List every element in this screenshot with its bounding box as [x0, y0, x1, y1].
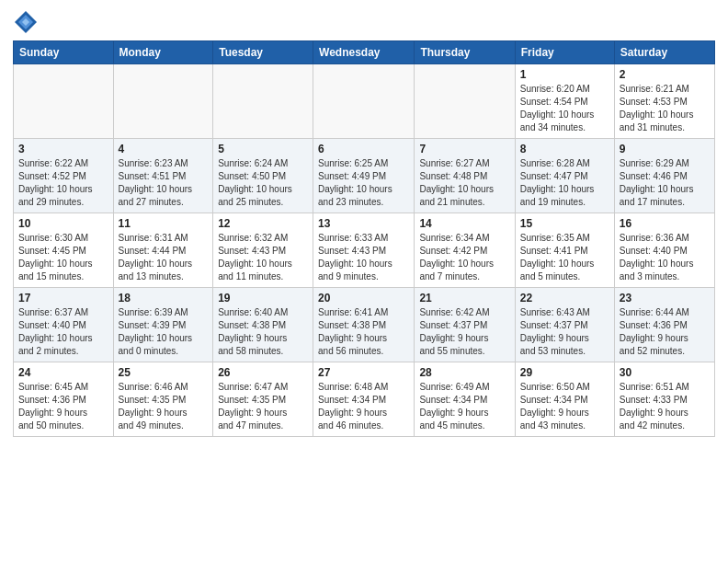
day-cell: 26Sunrise: 6:47 AM Sunset: 4:35 PM Dayli…	[213, 362, 313, 437]
day-info: Sunrise: 6:42 AM Sunset: 4:37 PM Dayligh…	[419, 306, 509, 358]
day-number: 3	[18, 143, 108, 155]
day-info: Sunrise: 6:36 AM Sunset: 4:40 PM Dayligh…	[620, 232, 710, 283]
day-info: Sunrise: 6:50 AM Sunset: 4:34 PM Dayligh…	[520, 381, 609, 432]
week-row-1: 1Sunrise: 6:20 AM Sunset: 4:54 PM Daylig…	[14, 64, 715, 139]
day-info: Sunrise: 6:49 AM Sunset: 4:34 PM Dayligh…	[419, 381, 509, 432]
day-info: Sunrise: 6:37 AM Sunset: 4:40 PM Dayligh…	[18, 306, 108, 358]
day-cell: 21Sunrise: 6:42 AM Sunset: 4:37 PM Dayli…	[415, 288, 515, 362]
day-number: 10	[18, 217, 108, 230]
logo-area	[13, 9, 42, 35]
day-number: 26	[218, 366, 308, 379]
day-cell: 30Sunrise: 6:51 AM Sunset: 4:33 PM Dayli…	[614, 362, 714, 437]
day-cell: 5Sunrise: 6:24 AM Sunset: 4:50 PM Daylig…	[213, 139, 313, 213]
day-cell: 2Sunrise: 6:21 AM Sunset: 4:53 PM Daylig…	[614, 64, 714, 139]
day-info: Sunrise: 6:35 AM Sunset: 4:41 PM Dayligh…	[520, 232, 609, 283]
day-info: Sunrise: 6:47 AM Sunset: 4:35 PM Dayligh…	[218, 381, 308, 432]
weekday-header-friday: Friday	[515, 41, 614, 64]
day-info: Sunrise: 6:33 AM Sunset: 4:43 PM Dayligh…	[318, 232, 409, 283]
day-number: 29	[520, 366, 609, 379]
day-info: Sunrise: 6:20 AM Sunset: 4:54 PM Dayligh…	[520, 83, 609, 134]
weekday-header-row: SundayMondayTuesdayWednesdayThursdayFrid…	[14, 41, 715, 64]
page: SundayMondayTuesdayWednesdayThursdayFrid…	[0, 0, 728, 563]
day-number: 2	[620, 68, 710, 81]
day-cell: 25Sunrise: 6:46 AM Sunset: 4:35 PM Dayli…	[113, 362, 213, 437]
day-cell: 29Sunrise: 6:50 AM Sunset: 4:34 PM Dayli…	[515, 362, 614, 437]
day-cell: 19Sunrise: 6:40 AM Sunset: 4:38 PM Dayli…	[213, 288, 313, 362]
day-info: Sunrise: 6:30 AM Sunset: 4:45 PM Dayligh…	[18, 232, 108, 283]
day-number: 20	[318, 292, 409, 304]
day-number: 11	[119, 217, 209, 230]
day-number: 14	[419, 217, 509, 230]
day-cell	[213, 64, 313, 139]
day-number: 13	[318, 217, 409, 230]
day-number: 7	[419, 143, 509, 155]
day-info: Sunrise: 6:44 AM Sunset: 4:36 PM Dayligh…	[620, 306, 710, 358]
weekday-header-tuesday: Tuesday	[213, 41, 313, 64]
day-info: Sunrise: 6:23 AM Sunset: 4:51 PM Dayligh…	[119, 157, 209, 209]
day-cell: 11Sunrise: 6:31 AM Sunset: 4:44 PM Dayli…	[113, 213, 213, 288]
day-cell: 12Sunrise: 6:32 AM Sunset: 4:43 PM Dayli…	[213, 213, 313, 288]
day-info: Sunrise: 6:32 AM Sunset: 4:43 PM Dayligh…	[218, 232, 308, 283]
day-cell: 7Sunrise: 6:27 AM Sunset: 4:48 PM Daylig…	[415, 139, 515, 213]
day-number: 24	[18, 366, 108, 379]
day-number: 27	[318, 366, 409, 379]
day-info: Sunrise: 6:43 AM Sunset: 4:37 PM Dayligh…	[520, 306, 609, 358]
day-number: 9	[620, 143, 710, 155]
day-info: Sunrise: 6:31 AM Sunset: 4:44 PM Dayligh…	[119, 232, 209, 283]
logo-icon	[13, 9, 39, 35]
week-row-5: 24Sunrise: 6:45 AM Sunset: 4:36 PM Dayli…	[14, 362, 715, 437]
day-info: Sunrise: 6:25 AM Sunset: 4:49 PM Dayligh…	[318, 157, 409, 209]
day-info: Sunrise: 6:29 AM Sunset: 4:46 PM Dayligh…	[620, 157, 710, 209]
day-number: 17	[18, 292, 108, 304]
weekday-header-sunday: Sunday	[14, 41, 114, 64]
day-cell: 1Sunrise: 6:20 AM Sunset: 4:54 PM Daylig…	[515, 64, 614, 139]
weekday-header-monday: Monday	[113, 41, 213, 64]
day-info: Sunrise: 6:21 AM Sunset: 4:53 PM Dayligh…	[620, 83, 710, 134]
day-number: 12	[218, 217, 308, 230]
day-info: Sunrise: 6:46 AM Sunset: 4:35 PM Dayligh…	[119, 381, 209, 432]
day-number: 19	[218, 292, 308, 304]
day-info: Sunrise: 6:51 AM Sunset: 4:33 PM Dayligh…	[620, 381, 710, 432]
day-number: 28	[419, 366, 509, 379]
day-number: 4	[119, 143, 209, 155]
day-info: Sunrise: 6:24 AM Sunset: 4:50 PM Dayligh…	[218, 157, 308, 209]
weekday-header-wednesday: Wednesday	[313, 41, 415, 64]
day-info: Sunrise: 6:34 AM Sunset: 4:42 PM Dayligh…	[419, 232, 509, 283]
day-info: Sunrise: 6:45 AM Sunset: 4:36 PM Dayligh…	[18, 381, 108, 432]
day-number: 15	[520, 217, 609, 230]
day-cell: 17Sunrise: 6:37 AM Sunset: 4:40 PM Dayli…	[14, 288, 114, 362]
day-number: 18	[119, 292, 209, 304]
day-cell: 27Sunrise: 6:48 AM Sunset: 4:34 PM Dayli…	[313, 362, 415, 437]
weekday-header-thursday: Thursday	[415, 41, 515, 64]
day-cell: 28Sunrise: 6:49 AM Sunset: 4:34 PM Dayli…	[415, 362, 515, 437]
day-number: 21	[419, 292, 509, 304]
day-number: 1	[520, 68, 609, 81]
day-cell: 16Sunrise: 6:36 AM Sunset: 4:40 PM Dayli…	[614, 213, 714, 288]
day-cell: 20Sunrise: 6:41 AM Sunset: 4:38 PM Dayli…	[313, 288, 415, 362]
day-cell	[415, 64, 515, 139]
day-info: Sunrise: 6:28 AM Sunset: 4:47 PM Dayligh…	[520, 157, 609, 209]
day-info: Sunrise: 6:27 AM Sunset: 4:48 PM Dayligh…	[419, 157, 509, 209]
week-row-2: 3Sunrise: 6:22 AM Sunset: 4:52 PM Daylig…	[14, 139, 715, 213]
day-cell: 9Sunrise: 6:29 AM Sunset: 4:46 PM Daylig…	[614, 139, 714, 213]
day-number: 22	[520, 292, 609, 304]
day-cell: 4Sunrise: 6:23 AM Sunset: 4:51 PM Daylig…	[113, 139, 213, 213]
day-cell	[313, 64, 415, 139]
day-info: Sunrise: 6:48 AM Sunset: 4:34 PM Dayligh…	[318, 381, 409, 432]
day-number: 25	[119, 366, 209, 379]
day-cell: 24Sunrise: 6:45 AM Sunset: 4:36 PM Dayli…	[14, 362, 114, 437]
day-cell	[113, 64, 213, 139]
day-cell: 23Sunrise: 6:44 AM Sunset: 4:36 PM Dayli…	[614, 288, 714, 362]
day-info: Sunrise: 6:40 AM Sunset: 4:38 PM Dayligh…	[218, 306, 308, 358]
day-cell: 8Sunrise: 6:28 AM Sunset: 4:47 PM Daylig…	[515, 139, 614, 213]
day-info: Sunrise: 6:39 AM Sunset: 4:39 PM Dayligh…	[119, 306, 209, 358]
day-cell: 10Sunrise: 6:30 AM Sunset: 4:45 PM Dayli…	[14, 213, 114, 288]
week-row-4: 17Sunrise: 6:37 AM Sunset: 4:40 PM Dayli…	[14, 288, 715, 362]
day-info: Sunrise: 6:41 AM Sunset: 4:38 PM Dayligh…	[318, 306, 409, 358]
day-cell: 22Sunrise: 6:43 AM Sunset: 4:37 PM Dayli…	[515, 288, 614, 362]
day-number: 6	[318, 143, 409, 155]
day-number: 16	[620, 217, 710, 230]
header	[13, 9, 715, 35]
day-cell: 6Sunrise: 6:25 AM Sunset: 4:49 PM Daylig…	[313, 139, 415, 213]
day-number: 23	[620, 292, 710, 304]
